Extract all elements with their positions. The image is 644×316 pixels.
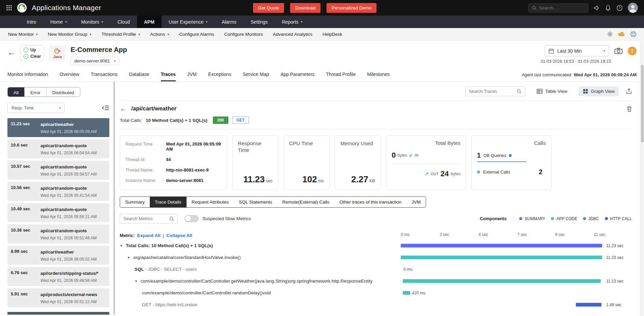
- gear-icon[interactable]: [607, 31, 613, 37]
- legend-app-code[interactable]: APP CODE: [551, 216, 577, 221]
- tab-request-attributes[interactable]: Request Attributes: [187, 197, 234, 207]
- alert-count-badge[interactable]: !: [628, 47, 637, 55]
- sort-by-select[interactable]: Resp. Time ▾: [7, 103, 65, 113]
- tab-other-traces[interactable]: Other traces of this transaction: [334, 197, 407, 207]
- duration-bar[interactable]: [403, 291, 410, 295]
- graph-view-button[interactable]: Graph View: [579, 86, 619, 96]
- tab-service-map[interactable]: Service Map: [243, 68, 269, 81]
- collapse-all-link[interactable]: Collapse All: [166, 233, 192, 238]
- download-button[interactable]: Download: [290, 3, 320, 13]
- slow-metrics-toggle[interactable]: [185, 215, 199, 222]
- nav-settings[interactable]: Settings: [244, 16, 275, 28]
- tab-overview[interactable]: Overview: [60, 68, 79, 81]
- global-search[interactable]: [528, 3, 588, 12]
- user-avatar[interactable]: [628, 3, 638, 13]
- help-icon[interactable]: ?: [616, 5, 623, 11]
- instance-selector[interactable]: demo-server:8081 ▾: [71, 57, 119, 65]
- trace-list-item[interactable]: 6.76 sec api/orders/shipping-status/* We…: [7, 267, 109, 286]
- tab-jvm-detail[interactable]: JVM: [407, 197, 426, 207]
- tab-summary[interactable]: Summary: [120, 197, 150, 207]
- legend-summary[interactable]: SUMMARY: [519, 216, 545, 221]
- trace-list-item[interactable]: 8.99 sec api/cart/weather Wed Apr 01, 20…: [7, 246, 109, 265]
- search-icon[interactable]: [169, 216, 174, 221]
- app-grid-icon[interactable]: [6, 5, 12, 11]
- screenshot-camera-icon[interactable]: [614, 47, 623, 54]
- nav-cloud[interactable]: Cloud: [110, 16, 137, 28]
- filter-all[interactable]: All: [8, 87, 24, 97]
- get-quote-button[interactable]: Get Quote: [253, 3, 284, 13]
- back-icon[interactable]: ←: [7, 49, 15, 65]
- trace-list-item[interactable]: 10.49 sec api/cart/random-quote Wed Apr …: [7, 203, 109, 222]
- trace-list-item[interactable]: 10.57 sec api/cart/random-quote Wed Apr …: [7, 161, 109, 180]
- actions-menu[interactable]: Actions▾: [150, 32, 169, 37]
- nav-apm[interactable]: APM: [137, 16, 162, 28]
- filter-error[interactable]: Error: [24, 87, 46, 97]
- duration-bar[interactable]: [401, 256, 602, 259]
- tab-database[interactable]: Database: [129, 68, 149, 81]
- tab-transactions[interactable]: Transactions: [91, 68, 118, 81]
- configure-alarms-link[interactable]: Configure Alarms: [179, 32, 214, 37]
- caret-down-icon[interactable]: ▼: [120, 244, 123, 247]
- trace-back-icon[interactable]: ←: [120, 106, 126, 112]
- print-icon[interactable]: [630, 31, 637, 37]
- tab-app-parameters[interactable]: App Parameters: [280, 68, 314, 81]
- search-traces-box[interactable]: [465, 86, 525, 96]
- trace-list-item[interactable]: 5.91 sec api/products/external-news Wed …: [7, 288, 109, 307]
- new-monitor-menu[interactable]: New Monitor▾: [8, 32, 38, 37]
- duration-bar[interactable]: [403, 279, 601, 283]
- collapse-panel-icon[interactable]: [102, 105, 109, 111]
- filter-distributed[interactable]: Distributed: [46, 87, 80, 97]
- http-method-badge[interactable]: GET: [232, 116, 249, 124]
- search-metrics-box[interactable]: [120, 214, 178, 223]
- new-monitor-group-menu[interactable]: New Monitor Group▾: [48, 32, 91, 37]
- caret-down-icon[interactable]: ▼: [135, 280, 138, 283]
- trace-list-item[interactable]: 11.23 sec api/cart/weather Wed Apr 01, 2…: [7, 118, 109, 137]
- legend-http-call[interactable]: HTTP CALL: [605, 216, 632, 221]
- tab-thread-profile[interactable]: Thread Profile: [326, 68, 356, 81]
- nav-reports[interactable]: Reports▾: [275, 16, 310, 28]
- tab-trace-details[interactable]: Trace Details: [150, 197, 187, 207]
- vertical-scrollbar[interactable]: [640, 41, 644, 316]
- delete-trace-icon[interactable]: [627, 106, 632, 112]
- nav-intro[interactable]: Intro: [20, 16, 43, 28]
- time-range-selector[interactable]: Last 30 Min ▾: [544, 45, 609, 56]
- nav-user-experience[interactable]: User Experience▾: [162, 16, 215, 28]
- metric-row-label: GET - https://wttr.in/London: [142, 302, 197, 307]
- notification-bell-icon[interactable]: [605, 5, 611, 11]
- trace-list-item[interactable]: 10.56 sec api/cart/random-quote Wed Apr …: [7, 182, 109, 201]
- nav-alarms[interactable]: Alarms: [215, 16, 244, 28]
- expand-all-link[interactable]: Expand All: [137, 233, 160, 238]
- trace-list-item-partial[interactable]: [7, 312, 109, 315]
- legend-jdbc[interactable]: JDBC: [583, 216, 599, 221]
- personalized-demo-button[interactable]: Personalized Demo: [327, 3, 376, 13]
- nav-home[interactable]: Home▾: [43, 16, 74, 28]
- tab-traces[interactable]: Traces: [161, 68, 176, 81]
- configure-monitors-link[interactable]: Configure Monitors: [224, 32, 263, 37]
- search-metrics-input[interactable]: [123, 216, 167, 221]
- tab-exceptions[interactable]: Exceptions: [208, 68, 231, 81]
- trace-list-item[interactable]: 10.6 sec api/cart/random-quote Wed Apr 0…: [7, 139, 109, 158]
- caret-down-icon[interactable]: ▼: [127, 256, 130, 259]
- duration-bar[interactable]: [401, 244, 602, 247]
- nav-monitors[interactable]: Monitors▾: [74, 16, 110, 28]
- export-share-icon[interactable]: [626, 88, 632, 94]
- tab-milestones[interactable]: Milestones: [367, 68, 390, 81]
- threshold-profile-menu[interactable]: Threshold Profile▾: [102, 32, 140, 37]
- tab-sql-statements[interactable]: SQL Statements: [234, 197, 277, 207]
- memory-used-unit: KB: [369, 178, 375, 183]
- trace-duration: 5.91 sec: [11, 291, 37, 304]
- cloud-icon[interactable]: [618, 31, 625, 37]
- announcement-icon[interactable]: [593, 5, 600, 11]
- helpdesk-link[interactable]: HelpDesk: [323, 32, 342, 37]
- tab-monitor-information[interactable]: Monitor Information: [7, 68, 48, 81]
- duration-bar[interactable]: [576, 303, 601, 307]
- trace-list-item[interactable]: 10.36 sec api/cart/random-quote Wed Apr …: [7, 225, 109, 243]
- table-view-button[interactable]: Table View: [533, 86, 571, 96]
- tab-jvm[interactable]: JVM: [187, 68, 197, 81]
- advanced-analytics-link[interactable]: Advanced Analytics: [273, 32, 312, 37]
- global-search-input[interactable]: [539, 5, 585, 10]
- scrollbar-thumb[interactable]: [641, 65, 644, 142]
- search-icon[interactable]: [517, 89, 522, 94]
- search-traces-input[interactable]: [469, 89, 514, 94]
- tab-remote-external-calls[interactable]: Remote(External) Calls: [277, 197, 335, 207]
